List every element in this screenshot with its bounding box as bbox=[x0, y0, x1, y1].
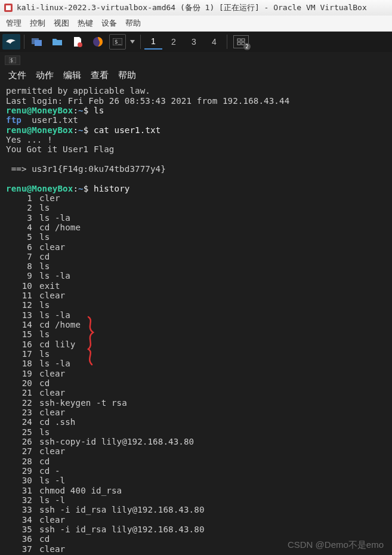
menu-manage[interactable]: 管理 bbox=[6, 18, 21, 29]
history-entry: 19clear bbox=[6, 369, 386, 378]
history-entry: 29cd - bbox=[6, 466, 386, 476]
menu-device[interactable]: 设备 bbox=[101, 18, 117, 29]
watermark: CSDN @Demo不是emo bbox=[288, 539, 384, 550]
terminal-menubar: 文件 动作 编辑 查看 帮助 bbox=[0, 66, 392, 85]
workspace-3[interactable]: 3 bbox=[185, 34, 203, 50]
term-menu-action[interactable]: 动作 bbox=[36, 70, 54, 80]
history-entry: 11clear bbox=[6, 291, 386, 300]
history-entry: 6clear bbox=[6, 242, 386, 252]
history-entry: 1cler bbox=[6, 193, 386, 203]
term-line: permitted by applicable law. bbox=[6, 86, 150, 95]
terminal-tab-bar: $ bbox=[0, 52, 392, 66]
history-entry: 26ssh-copy-id lily@192.168.43.80 bbox=[6, 437, 386, 446]
history-entry: 2ls bbox=[6, 203, 386, 212]
menu-help[interactable]: 帮助 bbox=[125, 18, 141, 29]
history-entry: 4cd /home bbox=[6, 223, 386, 232]
cat-output: Yes ... ! bbox=[6, 135, 53, 144]
workspace-1[interactable]: 1 bbox=[144, 34, 162, 50]
history-entry: 5ls bbox=[6, 232, 386, 242]
firefox-icon[interactable] bbox=[89, 34, 107, 50]
terminal-window[interactable]: $ 文件 动作 编辑 查看 帮助 permitted by applicable… bbox=[0, 52, 392, 555]
window-list-icon[interactable] bbox=[28, 34, 46, 50]
taskbar-divider bbox=[227, 35, 227, 49]
cmd-cat: cat user1.txt bbox=[94, 125, 160, 135]
history-entry: 16cd lily bbox=[6, 340, 386, 349]
history-entry: 30ls -l bbox=[6, 476, 386, 485]
taskbar-divider bbox=[24, 35, 24, 49]
svg-text:$: $ bbox=[10, 58, 13, 63]
cmd-history: history bbox=[94, 184, 130, 193]
terminal-tab[interactable]: $ bbox=[5, 56, 20, 65]
cat-flag: ==> us3r1{F14g:0ku74tbd3777y4} bbox=[6, 164, 166, 174]
terminal-dropdown-icon[interactable] bbox=[128, 34, 137, 50]
file-manager-icon[interactable] bbox=[48, 34, 66, 50]
history-entry: 9ls -la bbox=[6, 271, 386, 280]
virtualbox-icon bbox=[4, 3, 13, 13]
workspace-4[interactable]: 4 bbox=[205, 34, 223, 50]
history-entry: 35ssh -i id_rsa lily@192.168.43.80 bbox=[6, 525, 386, 534]
history-entry: 21clear bbox=[6, 388, 386, 397]
svg-rect-9 bbox=[242, 39, 245, 41]
history-entry: 28cd bbox=[6, 457, 386, 466]
menu-control[interactable]: 控制 bbox=[30, 18, 45, 29]
history-entry: 15ls bbox=[6, 329, 386, 339]
term-menu-edit[interactable]: 编辑 bbox=[63, 70, 81, 80]
history-entry: 18ls -la bbox=[6, 359, 386, 368]
kali-taskbar: $_ 1 2 3 4 2 bbox=[0, 32, 392, 52]
ls-file: user1.txt bbox=[21, 115, 78, 125]
cmd-ls: ls bbox=[94, 106, 104, 115]
history-entry: 7cd bbox=[6, 252, 386, 261]
text-editor-icon[interactable] bbox=[69, 34, 87, 50]
prompt-user: renu bbox=[6, 106, 27, 115]
history-entry: 31chmod 400 id_rsa bbox=[6, 486, 386, 495]
svg-rect-8 bbox=[237, 39, 240, 41]
term-menu-file[interactable]: 文件 bbox=[8, 70, 26, 80]
workspace-2[interactable]: 2 bbox=[165, 34, 183, 50]
vbox-menubar: 管理 控制 视图 热键 设备 帮助 bbox=[0, 16, 392, 31]
history-entry: 14cd /home bbox=[6, 320, 386, 329]
history-entry: 24cd .ssh bbox=[6, 417, 386, 427]
svg-rect-10 bbox=[237, 42, 240, 45]
history-entry: 22ssh-keygen -t rsa bbox=[6, 398, 386, 408]
workspace-badge: 2 bbox=[243, 43, 251, 50]
history-entry: 32ls -l bbox=[6, 495, 386, 505]
history-entry: 25ls bbox=[6, 427, 386, 437]
svg-text:$_: $_ bbox=[115, 39, 121, 45]
history-entry: 12ls bbox=[6, 300, 386, 310]
ls-dir: ftp bbox=[6, 115, 21, 125]
term-menu-view[interactable]: 查看 bbox=[91, 70, 109, 80]
term-line: Last login: Fri Feb 26 08:53:43 2021 fro… bbox=[6, 96, 289, 106]
term-menu-help[interactable]: 帮助 bbox=[118, 70, 136, 80]
svg-rect-3 bbox=[35, 40, 42, 46]
svg-point-4 bbox=[78, 42, 82, 47]
history-entry: 3ls -la bbox=[6, 213, 386, 223]
cat-output: You Got it User1 Flag bbox=[6, 144, 114, 154]
history-entry: 20cd bbox=[6, 378, 386, 388]
menu-hotkey[interactable]: 热键 bbox=[78, 18, 93, 29]
history-entry: 33ssh -i id_rsa lily@192.168.43.80 bbox=[6, 505, 386, 514]
window-titlebar: kali-linux-2022.3-virtualbox-amd64 (备份 1… bbox=[0, 0, 392, 16]
window-title: kali-linux-2022.3-virtualbox-amd64 (备份 1… bbox=[17, 2, 367, 13]
history-entry: 34clear bbox=[6, 515, 386, 525]
history-entry: 13ls -la bbox=[6, 310, 386, 320]
prompt-host: MoneyBox bbox=[32, 106, 73, 115]
prompt-path: ~ bbox=[78, 106, 84, 115]
menu-view[interactable]: 视图 bbox=[54, 18, 69, 29]
history-entry: 17ls bbox=[6, 349, 386, 359]
kali-menu-icon[interactable] bbox=[2, 34, 20, 50]
workspace-switcher-icon[interactable]: 2 bbox=[233, 35, 249, 48]
terminal-icon[interactable]: $_ bbox=[109, 34, 126, 50]
history-entry: 8ls bbox=[6, 261, 386, 271]
taskbar-divider bbox=[140, 35, 141, 49]
svg-rect-1 bbox=[6, 5, 11, 10]
history-entry: 10exit bbox=[6, 281, 386, 291]
history-entry: 23clear bbox=[6, 408, 386, 417]
history-entry: 27clear bbox=[6, 446, 386, 456]
terminal-output[interactable]: permitted by applicable law. Last login:… bbox=[0, 85, 392, 555]
